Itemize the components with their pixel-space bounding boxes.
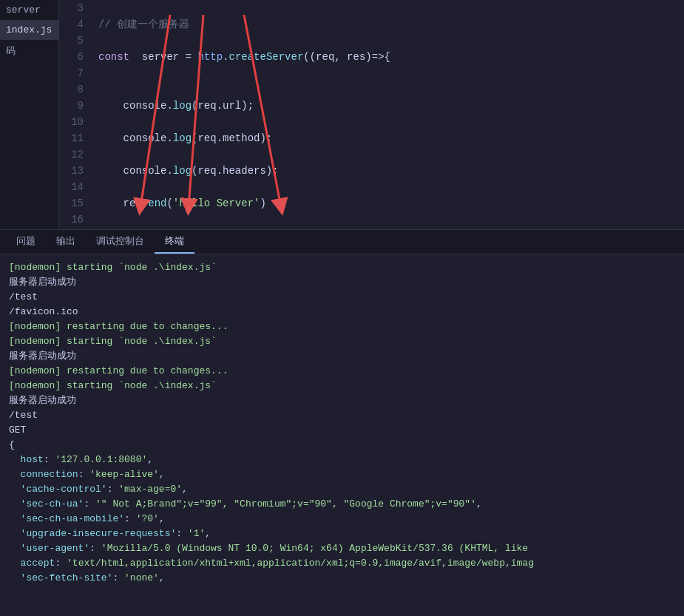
line-numbers: 3 4 5 6 7 8 9 10 11 12 13 14 15 16 [59,0,92,229]
terminal-line: 'sec-ch-ua': '" Not A;Brand";v="99", "Ch… [9,497,675,512]
terminal-tabs: 问题 输出 调试控制台 终端 [0,230,684,254]
terminal-line: [nodemon] starting `node .\index.js` [9,379,675,393]
terminal-line: host: '127.0.0.1:8080', [9,453,675,467]
tab-debug-console[interactable]: 调试控制台 [86,230,155,254]
tab-output[interactable]: 输出 [46,230,86,254]
sidebar: server index.js 码 [0,0,59,229]
terminal-line: 服务器启动成功 [9,275,675,290]
terminal-line: [nodemon] starting `node .\index.js` [9,334,675,349]
terminal-panel: 问题 输出 调试控制台 终端 [nodemon] starting `node … [0,229,684,616]
terminal-line: connection: 'keep-alive', [9,467,675,482]
tab-problems[interactable]: 问题 [6,230,46,254]
sidebar-item-indexjs[interactable]: index.js [0,20,58,40]
code-content: // 创建一个服务器 const server = http.createSer… [92,0,684,229]
terminal-line: [nodemon] starting `node .\index.js` [9,260,675,275]
sidebar-item-code[interactable]: 码 [0,40,58,62]
terminal-line: /test [9,290,675,305]
terminal-line: 服务器启动成功 [9,393,675,408]
terminal-line: GET [9,423,675,438]
terminal-line: [nodemon] restarting due to changes... [9,319,675,334]
terminal-line: 'sec-fetch-site': 'none', [9,571,675,586]
terminal-line: { [9,438,675,453]
terminal-line: 服务器启动成功 [9,349,675,364]
terminal-line: 'user-agent': 'Mozilla/5.0 (Windows NT 1… [9,541,675,556]
terminal-line: 'sec-ch-ua-mobile': '?0', [9,512,675,527]
terminal-line: /favicon.ico [9,305,675,319]
terminal-line: 'cache-control': 'max-age=0', [9,482,675,497]
terminal-line: accept: 'text/html,application/xhtml+xml… [9,556,675,571]
terminal-line: /test [9,408,675,423]
terminal-line: [nodemon] restarting due to changes... [9,364,675,379]
tab-terminal[interactable]: 终端 [155,230,194,254]
sidebar-item-server[interactable]: server [0,0,58,20]
code-panel: 3 4 5 6 7 8 9 10 11 12 13 14 15 16 // 创建… [59,0,684,229]
terminal-line: 'upgrade-insecure-requests': '1', [9,527,675,541]
terminal-output: [nodemon] starting `node .\index.js` 服务器… [0,254,684,616]
editor-area: server index.js 码 3 4 5 6 7 8 9 10 11 12… [0,0,684,229]
